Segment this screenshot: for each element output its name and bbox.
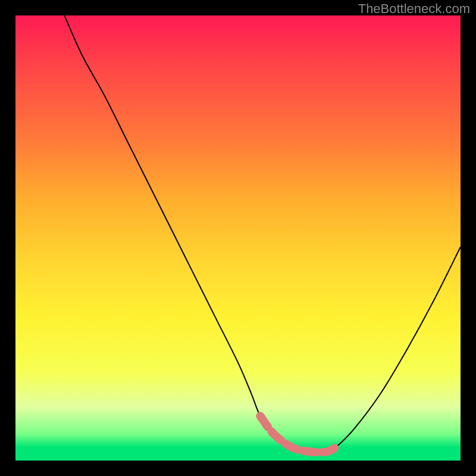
chart-svg [15, 15, 461, 461]
watermark-text: TheBottleneck.com [358, 1, 470, 17]
chart-plot-area [15, 15, 461, 461]
bottleneck-curve-line [64, 15, 461, 452]
bottleneck-curve-highlight [260, 416, 336, 452]
